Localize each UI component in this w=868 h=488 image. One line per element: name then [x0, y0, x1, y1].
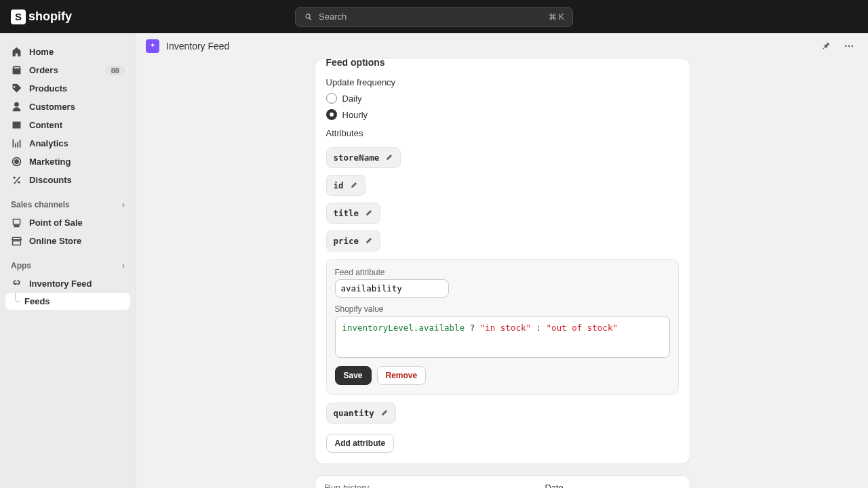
sidebar-item-label: Customers	[29, 102, 75, 112]
brand-text: shopify	[28, 9, 72, 24]
sidebar-item-app-inventory-feed[interactable]: Inventory Feed	[5, 274, 130, 293]
sidebar-item-label: Content	[29, 120, 62, 130]
radio-label: Hourly	[342, 110, 368, 120]
shopify-bag-icon: S	[11, 9, 26, 24]
store-icon	[11, 235, 22, 247]
code-str: "in stock"	[480, 323, 531, 333]
radio-icon	[326, 93, 337, 104]
code-op: :	[536, 323, 547, 333]
feed-attribute-input[interactable]	[335, 279, 449, 298]
svg-point-1	[848, 45, 850, 47]
sidebar-section-sales-channels[interactable]: Sales channels ›	[5, 196, 130, 214]
percent-icon	[11, 174, 22, 186]
pin-icon	[821, 41, 831, 52]
image-icon	[11, 119, 22, 131]
pencil-icon	[349, 181, 358, 190]
feed-options-card: Feed options Update frequency Daily Hour…	[315, 59, 690, 464]
page-header: Inventory Feed	[136, 33, 868, 59]
section-label: Apps	[11, 261, 31, 270]
orders-icon	[11, 64, 22, 76]
app-icon	[146, 39, 159, 53]
topbar: S shopify Search ⌘ K	[0, 0, 868, 33]
more-button[interactable]	[840, 37, 859, 56]
code-op: ?	[470, 323, 480, 333]
attribute-name: id	[334, 180, 344, 190]
orders-badge: 88	[106, 66, 125, 75]
main: Inventory Feed Feed options Update frequ…	[136, 33, 868, 488]
attribute-chip[interactable]: title	[326, 203, 381, 224]
radio-label: Daily	[342, 94, 362, 104]
sidebar-item-label: Marketing	[29, 157, 71, 167]
radio-hourly[interactable]: Hourly	[326, 109, 679, 120]
person-icon	[11, 101, 22, 113]
sidebar-item-online-store[interactable]: Online Store	[5, 232, 130, 250]
sidebar-item-label: Inventory Feed	[29, 279, 92, 289]
remove-button[interactable]: Remove	[377, 366, 427, 385]
sidebar-item-label: Discounts	[29, 175, 72, 185]
brand-logo[interactable]: S shopify	[11, 9, 72, 24]
feed-attribute-label: Feed attribute	[335, 268, 670, 277]
shopify-value-label: Shopify value	[335, 304, 670, 314]
svg-point-2	[852, 45, 854, 47]
sidebar-item-label: Online Store	[29, 236, 81, 246]
pencil-icon	[364, 237, 373, 245]
attribute-chip[interactable]: id	[326, 175, 366, 196]
code-ident: inventoryLevel.available	[342, 323, 465, 333]
col-status: Run history	[325, 483, 545, 488]
pencil-icon	[380, 409, 389, 418]
chevron-right-icon: ›	[122, 200, 125, 209]
content-scroll[interactable]: Feed options Update frequency Daily Hour…	[136, 59, 868, 488]
chart-icon	[11, 138, 22, 149]
sidebar-item-home[interactable]: Home	[5, 43, 130, 61]
sidebar-item-discounts[interactable]: Discounts	[5, 171, 130, 189]
sparkle-icon	[149, 42, 157, 50]
pin-button[interactable]	[816, 37, 835, 56]
attribute-chip[interactable]: storeName	[326, 147, 401, 168]
sidebar-item-marketing[interactable]: Marketing	[5, 152, 130, 171]
dots-icon	[844, 41, 854, 52]
sidebar-item-analytics[interactable]: Analytics	[5, 134, 130, 152]
search-placeholder: Search	[319, 12, 347, 22]
link-icon	[11, 278, 22, 289]
update-frequency-label: Update frequency	[326, 77, 679, 87]
sidebar-item-label: Point of Sale	[29, 218, 83, 228]
radio-checked-icon	[326, 109, 337, 120]
tag-icon	[11, 83, 22, 94]
search-wrap: Search ⌘ K	[295, 7, 573, 27]
sidebar-item-products[interactable]: Products	[5, 79, 130, 98]
shopify-value-code[interactable]: inventoryLevel.available ? "in stock" : …	[335, 316, 670, 358]
sidebar-item-label: Home	[29, 47, 54, 57]
run-history-card: Run history Date Active today at 3:13 PM	[315, 476, 690, 488]
svg-point-0	[845, 45, 847, 47]
sidebar: Home Orders 88 Products Customers Conten…	[0, 33, 136, 488]
sidebar-item-orders[interactable]: Orders 88	[5, 61, 130, 79]
radio-daily[interactable]: Daily	[326, 93, 679, 104]
search-kbd: ⌘ K	[549, 12, 564, 22]
sidebar-item-pos[interactable]: Point of Sale	[5, 214, 130, 232]
history-header: Run history Date	[315, 476, 690, 488]
sidebar-item-customers[interactable]: Customers	[5, 98, 130, 116]
sidebar-item-label: Analytics	[29, 138, 68, 148]
save-button[interactable]: Save	[335, 366, 372, 385]
home-icon	[11, 46, 22, 58]
add-attribute-button[interactable]: Add attribute	[326, 434, 395, 453]
attribute-name: quantity	[334, 408, 374, 418]
pencil-icon	[364, 209, 373, 218]
sidebar-item-label: Products	[29, 83, 67, 94]
attribute-chip[interactable]: price	[326, 230, 381, 251]
page-title: Inventory Feed	[166, 41, 229, 52]
search-icon	[304, 12, 313, 22]
target-icon	[11, 156, 22, 167]
sidebar-item-content[interactable]: Content	[5, 116, 130, 134]
attribute-editor: Feed attribute Shopify value inventoryLe…	[326, 259, 679, 395]
attribute-chip[interactable]: quantity	[326, 403, 396, 424]
attribute-name: price	[334, 236, 359, 246]
sidebar-section-apps[interactable]: Apps ›	[5, 257, 130, 274]
sidebar-item-label: Feeds	[24, 296, 50, 306]
col-date: Date	[545, 483, 679, 488]
sidebar-subitem-feeds[interactable]: Feeds	[5, 293, 130, 310]
pencil-icon	[384, 153, 393, 162]
chevron-right-icon: ›	[122, 261, 125, 270]
attributes-label: Attributes	[326, 128, 679, 138]
search-input[interactable]: Search ⌘ K	[295, 7, 573, 27]
